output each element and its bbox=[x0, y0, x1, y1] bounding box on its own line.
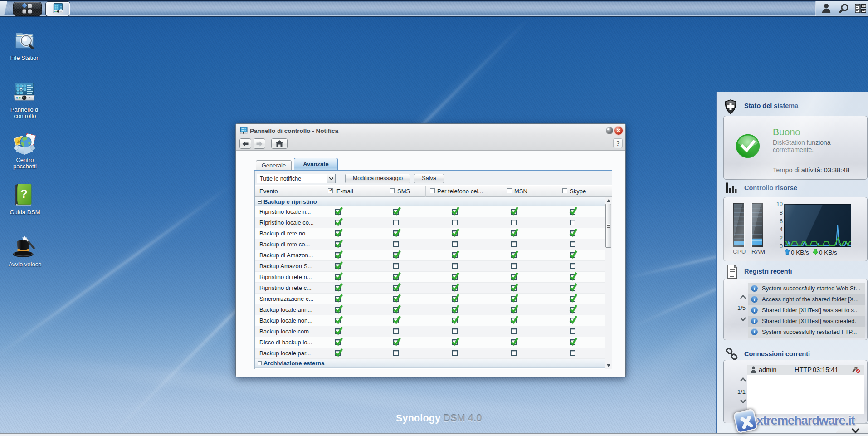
svg-text:?: ? bbox=[20, 187, 28, 201]
